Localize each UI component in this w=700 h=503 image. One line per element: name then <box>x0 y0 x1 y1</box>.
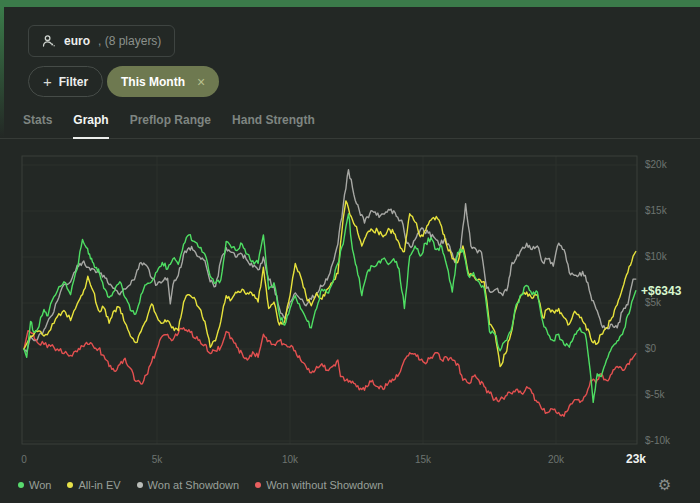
poker-tracker-app: euro , (8 players) + Filter This Month ×… <box>0 0 700 503</box>
window-accent-top <box>0 0 700 7</box>
x-axis-tick: 0 <box>10 454 38 465</box>
player-count: , (8 players) <box>98 34 161 48</box>
tab-hand-strength[interactable]: Hand Strength <box>232 113 315 138</box>
player-name: euro <box>64 34 90 48</box>
legend-label: Won without Showdown <box>266 479 383 491</box>
x-axis-tick: 23k <box>622 452 650 466</box>
player-filter-chip[interactable]: euro , (8 players) <box>28 25 175 57</box>
y-axis-tick: $-5k <box>645 389 664 400</box>
y-axis-tick: $15k <box>645 205 667 216</box>
close-icon[interactable]: × <box>197 75 205 89</box>
y-axis-tick: $10k <box>645 251 667 262</box>
players-icon <box>42 34 56 48</box>
legend-label: Won <box>29 479 51 491</box>
y-axis-tick: $-10k <box>645 435 670 446</box>
active-filter-chip[interactable]: This Month × <box>107 66 219 97</box>
tab-stats[interactable]: Stats <box>23 113 52 138</box>
legend-dot <box>18 482 24 488</box>
x-axis-tick: 5k <box>143 454 171 465</box>
current-value-badge: +$6343 <box>641 284 681 298</box>
y-axis-tick: $0 <box>645 343 656 354</box>
legend-dot <box>255 482 261 488</box>
tab-bar: StatsGraphPreflop RangeHand Strength <box>0 113 700 139</box>
gear-icon[interactable]: ⚙ <box>658 477 671 492</box>
y-axis-tick: $5k <box>645 297 661 308</box>
plus-icon: + <box>43 74 52 89</box>
active-filter-label: This Month <box>121 75 185 89</box>
legend-item-won-without-showdown[interactable]: Won without Showdown <box>255 479 383 491</box>
filter-button-label: Filter <box>59 75 88 89</box>
x-axis-tick: 10k <box>276 454 304 465</box>
graph-canvas <box>0 148 700 454</box>
tab-preflop-range[interactable]: Preflop Range <box>130 113 211 138</box>
series-line-all-in-ev <box>24 201 636 367</box>
legend-label: Won at Showdown <box>148 479 240 491</box>
legend-item-won-at-showdown[interactable]: Won at Showdown <box>137 479 240 491</box>
series-line-won-without-showdown <box>24 328 636 416</box>
legend-label: All-in EV <box>78 479 120 491</box>
add-filter-button[interactable]: + Filter <box>28 66 103 97</box>
y-axis-tick: $20k <box>645 159 667 170</box>
legend-item-all-in-ev[interactable]: All-in EV <box>67 479 120 491</box>
tab-graph[interactable]: Graph <box>73 113 108 139</box>
legend-item-won[interactable]: Won <box>18 479 51 491</box>
x-axis-tick: 20k <box>542 454 570 465</box>
chart-legend: WonAll-in EVWon at ShowdownWon without S… <box>18 479 383 491</box>
legend-dot <box>137 482 143 488</box>
x-axis-tick: 15k <box>409 454 437 465</box>
series-line-won <box>24 214 636 403</box>
legend-dot <box>67 482 73 488</box>
